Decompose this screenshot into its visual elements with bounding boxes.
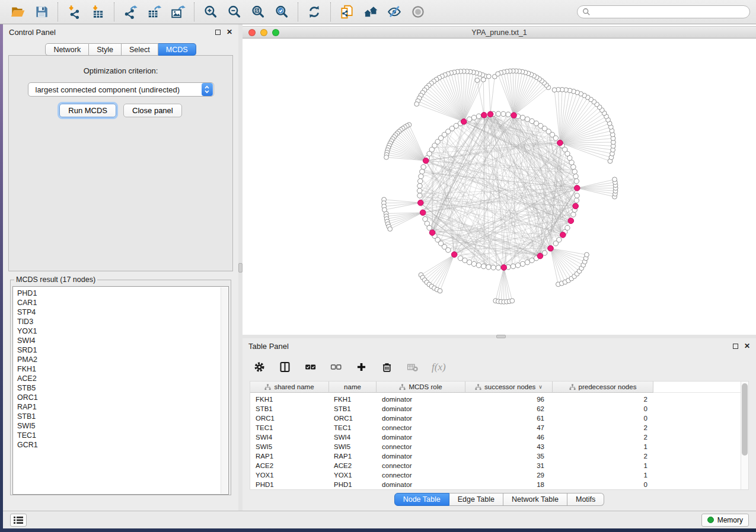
cell-name: RAP1 bbox=[329, 453, 377, 460]
tab-network-table[interactable]: Network Table bbox=[503, 493, 567, 506]
list-scrollbar[interactable] bbox=[221, 287, 228, 493]
tab-node-table[interactable]: Node Table bbox=[394, 493, 449, 506]
list-item[interactable]: SWI4 bbox=[17, 336, 228, 345]
list-item[interactable]: GCR1 bbox=[17, 440, 228, 450]
select-all-button[interactable] bbox=[304, 361, 317, 373]
list-item[interactable]: SRD1 bbox=[17, 345, 228, 355]
list-item[interactable]: RAP1 bbox=[17, 402, 228, 412]
list-item[interactable]: PHD1 bbox=[17, 289, 228, 298]
cell-name: SWI4 bbox=[329, 434, 377, 441]
mcds-tab-pane: Optimization criterion: largest connecte… bbox=[8, 55, 233, 271]
vertical-splitter[interactable] bbox=[238, 24, 243, 511]
column-header-name[interactable]: name bbox=[329, 382, 377, 393]
show-tasks-button[interactable] bbox=[10, 514, 27, 527]
hide-selected-button[interactable] bbox=[382, 2, 406, 22]
close-panel-button[interactable]: Close panel bbox=[123, 104, 182, 117]
zoom-selected-button[interactable] bbox=[270, 2, 294, 22]
tab-edge-table[interactable]: Edge Table bbox=[449, 493, 503, 506]
export-network-button[interactable] bbox=[119, 2, 142, 22]
list-item[interactable]: STB5 bbox=[17, 383, 228, 393]
table-row[interactable]: TEC1 TEC1 connector 47 2 bbox=[250, 423, 748, 432]
table-row[interactable]: FKH1 FKH1 dominator 96 2 bbox=[250, 395, 748, 404]
list-item[interactable]: TEC1 bbox=[17, 431, 228, 440]
table-row[interactable]: YOX1 YOX1 connector 29 1 bbox=[250, 470, 748, 480]
export-table-button[interactable] bbox=[142, 2, 166, 22]
zoom-fit-button[interactable] bbox=[246, 2, 270, 22]
tab-select[interactable]: Select bbox=[122, 43, 158, 56]
add-column-button[interactable] bbox=[355, 361, 368, 373]
tab-style[interactable]: Style bbox=[89, 43, 122, 56]
network-window-titlebar[interactable]: YPA_prune.txt_1 bbox=[243, 26, 756, 39]
cell-successor-nodes: 96 bbox=[465, 396, 553, 403]
column-header-predecessor-nodes[interactable]: predecessor nodes bbox=[553, 382, 653, 393]
table-row[interactable]: SWI4 SWI4 dominator 46 2 bbox=[250, 432, 748, 442]
horizontal-splitter[interactable] bbox=[243, 335, 756, 338]
import-table-button[interactable] bbox=[86, 2, 110, 22]
column-header-successor-nodes[interactable]: successor nodes∨ bbox=[465, 382, 553, 393]
list-item[interactable]: PMA2 bbox=[17, 355, 228, 364]
splitter-grip[interactable] bbox=[496, 335, 506, 338]
zoom-out-button[interactable] bbox=[222, 2, 246, 22]
zoom-in-button[interactable] bbox=[199, 2, 222, 22]
import-network-button[interactable] bbox=[62, 2, 86, 22]
open-file-button[interactable] bbox=[6, 2, 30, 22]
table-settings-button[interactable] bbox=[253, 361, 266, 373]
run-mcds-button[interactable]: Run MCDS bbox=[59, 104, 116, 117]
first-neighbors-button[interactable] bbox=[359, 2, 382, 22]
cell-name: PHD1 bbox=[329, 481, 377, 488]
export-image-button[interactable] bbox=[166, 2, 190, 22]
list-item[interactable]: STB1 bbox=[17, 412, 228, 421]
tab-mcds[interactable]: MCDS bbox=[158, 43, 196, 56]
maximize-window-icon[interactable] bbox=[272, 29, 279, 36]
cell-successor-nodes: 61 bbox=[465, 415, 553, 422]
close-window-icon[interactable] bbox=[248, 29, 256, 36]
table-row[interactable]: STB1 STB1 dominator 62 0 bbox=[250, 404, 748, 414]
new-network-from-selection-button[interactable] bbox=[335, 2, 359, 22]
cell-mcds-role: dominator bbox=[377, 405, 465, 412]
table-row[interactable]: ACE2 ACE2 connector 31 1 bbox=[250, 461, 748, 470]
apply-layout-button[interactable] bbox=[302, 2, 326, 22]
mcds-result-list[interactable]: PHD1CAR1STP4TID3YOX1SWI4SRD1PMA2FKH1ACE2… bbox=[12, 286, 229, 495]
column-header-shared-name[interactable]: shared name bbox=[250, 382, 329, 393]
close-panel-icon[interactable]: ✕ bbox=[227, 30, 232, 35]
toolbar-separator bbox=[58, 2, 58, 21]
show-all-button[interactable] bbox=[406, 2, 430, 22]
search-input[interactable] bbox=[594, 7, 745, 17]
list-item[interactable]: ACE2 bbox=[17, 374, 228, 383]
close-panel-icon[interactable]: ✕ bbox=[744, 344, 750, 349]
minimize-window-icon[interactable] bbox=[260, 29, 267, 36]
table-row[interactable]: ORC1 ORC1 dominator 61 0 bbox=[250, 414, 748, 423]
optimization-criterion-value: largest connected component (undirected) bbox=[28, 85, 202, 94]
list-item[interactable]: STP4 bbox=[17, 307, 228, 317]
delete-column-button[interactable] bbox=[381, 361, 393, 373]
network-canvas[interactable] bbox=[243, 39, 756, 335]
show-columns-button[interactable] bbox=[279, 361, 291, 373]
table-row[interactable]: PHD1 PHD1 dominator 18 0 bbox=[250, 480, 748, 489]
optimization-criterion-select[interactable]: largest connected component (undirected) bbox=[28, 82, 214, 97]
cell-predecessor-nodes: 2 bbox=[553, 453, 653, 460]
deselect-all-button[interactable] bbox=[330, 361, 342, 373]
cell-name: STB1 bbox=[329, 405, 377, 412]
list-item[interactable]: ORC1 bbox=[17, 393, 228, 402]
memory-button[interactable]: Memory bbox=[701, 514, 749, 527]
float-panel-icon[interactable] bbox=[733, 344, 738, 349]
save-session-button[interactable] bbox=[30, 2, 53, 22]
tab-motifs[interactable]: Motifs bbox=[567, 493, 604, 506]
cell-mcds-role: dominator bbox=[377, 481, 465, 488]
table-row[interactable]: RAP1 RAP1 dominator 35 2 bbox=[250, 451, 748, 461]
list-item[interactable]: FKH1 bbox=[17, 364, 228, 374]
list-item[interactable]: SWI5 bbox=[17, 421, 228, 431]
table-scrollbar[interactable] bbox=[741, 382, 748, 489]
table-row[interactable]: SWI5 SWI5 connector 43 1 bbox=[250, 442, 748, 451]
splitter-grip[interactable] bbox=[238, 263, 243, 273]
list-item[interactable]: TID3 bbox=[17, 317, 228, 326]
scrollbar-thumb[interactable] bbox=[742, 383, 748, 456]
list-item[interactable]: YOX1 bbox=[17, 326, 228, 336]
trash-icon bbox=[381, 361, 393, 373]
column-header-mcds-role[interactable]: MCDS role bbox=[377, 382, 465, 393]
tab-network[interactable]: Network bbox=[45, 43, 89, 56]
cell-predecessor-nodes: 1 bbox=[553, 472, 653, 479]
sort-descending-icon: ∨ bbox=[538, 384, 543, 390]
float-panel-icon[interactable] bbox=[215, 30, 221, 35]
list-item[interactable]: CAR1 bbox=[17, 298, 228, 307]
